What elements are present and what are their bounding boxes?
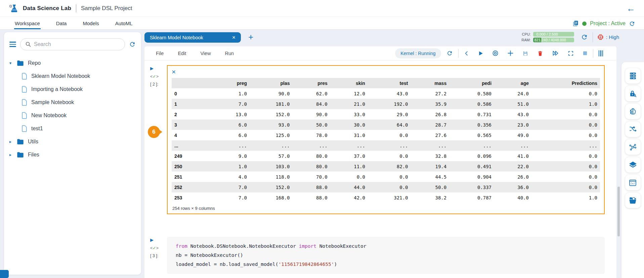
notebook-cell-code: ▶ <✓> [ 3 ]: from Notebook.DSNotebook.No… bbox=[144, 237, 616, 274]
nav-tab-data[interactable]: Data bbox=[55, 18, 68, 29]
tab-close-icon[interactable]: × bbox=[232, 34, 235, 41]
table-cell: 88.0 bbox=[293, 182, 330, 192]
search-input[interactable] bbox=[34, 41, 120, 47]
nav-tab-workspace[interactable]: Workspace bbox=[14, 18, 41, 29]
fullscreen-icon[interactable] bbox=[568, 50, 574, 56]
delete-cell-icon[interactable] bbox=[537, 50, 543, 56]
shuffle-icon[interactable] bbox=[625, 122, 641, 137]
back-arrow-icon[interactable]: ← bbox=[627, 4, 635, 13]
brain-icon[interactable] bbox=[625, 104, 641, 119]
run-all-icon[interactable] bbox=[552, 50, 559, 57]
tree-file-new-notebook[interactable]: New Notebook bbox=[9, 109, 136, 122]
table-cell: 30.0 bbox=[330, 120, 368, 130]
function-icon[interactable]: (x) bbox=[625, 175, 641, 190]
tree-folder-utils[interactable]: ▸Utils bbox=[9, 135, 136, 148]
tree-refresh-icon[interactable] bbox=[129, 41, 136, 48]
save-icon[interactable] bbox=[522, 50, 528, 56]
cell-run-icon[interactable]: ▶ bbox=[150, 66, 167, 71]
column-header: age bbox=[494, 78, 531, 88]
table-cell: 93.0 bbox=[250, 120, 293, 130]
column-header: pedi bbox=[449, 78, 494, 88]
table-cell: 6.0 bbox=[207, 130, 250, 140]
table-row: 2527.0152.088.044.00.050.00.33736.00.0 bbox=[172, 182, 600, 192]
project-log-icon[interactable] bbox=[572, 20, 579, 27]
lock-key-icon[interactable] bbox=[625, 86, 641, 101]
vertical-scrollbar[interactable] bbox=[617, 187, 620, 236]
tree-file-sample-notebook[interactable]: Sample Notebook bbox=[9, 96, 136, 109]
search-box[interactable] bbox=[20, 38, 125, 50]
table-cell: 0.0 bbox=[531, 182, 600, 192]
tree-file-test1[interactable]: test1 bbox=[9, 122, 136, 135]
chevron-left-icon[interactable] bbox=[464, 51, 469, 56]
run-cell-icon[interactable] bbox=[478, 51, 483, 56]
tree-folder-repo[interactable]: ▾Repo bbox=[9, 56, 136, 70]
nav-tab-automl[interactable]: AutoML bbox=[115, 18, 133, 29]
priority-label: : High bbox=[606, 34, 619, 40]
column-header: skin bbox=[330, 78, 368, 88]
table-cell: 0.0 bbox=[531, 172, 600, 182]
column-header: mass bbox=[411, 78, 449, 88]
toolbar-divider-2 bbox=[593, 49, 593, 58]
table-cell: 0.0 bbox=[531, 151, 600, 161]
caret-right-icon[interactable]: ▸ bbox=[9, 152, 17, 157]
table-cell: ... bbox=[207, 140, 250, 151]
table-cell: 0.0 bbox=[368, 172, 411, 182]
tree-folder-files[interactable]: ▸Files bbox=[9, 148, 136, 161]
hamburger-menu-icon[interactable] bbox=[9, 42, 16, 47]
row-index: 4 bbox=[172, 130, 207, 140]
cluster-icon[interactable] bbox=[625, 139, 641, 155]
bottom-left-accent bbox=[0, 270, 9, 278]
menu-file[interactable]: File bbox=[156, 51, 164, 56]
add-cell-icon[interactable] bbox=[507, 50, 514, 56]
table-cell: 7.0 bbox=[207, 182, 250, 192]
layers-icon[interactable] bbox=[625, 157, 641, 173]
svg-text:(x): (x) bbox=[630, 182, 635, 185]
table-cell: 0.904 bbox=[449, 172, 494, 182]
code-editor[interactable]: from Notebook.DSNotebook.NotebookExecuto… bbox=[167, 237, 605, 274]
tab-sklearn-model-notebook[interactable]: Sklearn Model Notebook × bbox=[144, 32, 241, 43]
project-refresh-icon[interactable] bbox=[629, 20, 635, 27]
table-cell: 80.0 bbox=[293, 151, 330, 161]
stop-icon[interactable] bbox=[583, 51, 588, 56]
output-close-icon[interactable]: × bbox=[172, 68, 178, 75]
main-navbar: Workspace Data Models AutoML Project : A… bbox=[0, 17, 644, 30]
column-header: pres bbox=[293, 78, 330, 88]
table-cell: 36.0 bbox=[494, 182, 531, 192]
database-icon[interactable] bbox=[625, 68, 641, 84]
menu-view[interactable]: View bbox=[200, 51, 211, 56]
table-cell: 50.0 bbox=[293, 120, 330, 130]
table-cell: 0.0 bbox=[531, 120, 600, 130]
kernel-refresh-icon[interactable] bbox=[446, 50, 453, 56]
table-cell: ... bbox=[250, 140, 293, 151]
caret-down-icon[interactable]: ▾ bbox=[9, 61, 17, 65]
table-cell: 6.0 bbox=[207, 120, 250, 130]
file-tree: ▾RepoSklearn Model NotebookImporting a N… bbox=[9, 56, 136, 161]
annotation-badge-6: 6 bbox=[148, 126, 160, 138]
folder-label: Repo bbox=[28, 60, 41, 66]
tree-file-importing-a-notebook[interactable]: Importing a Notebook bbox=[9, 83, 136, 96]
panel-layout-icon[interactable] bbox=[599, 50, 603, 56]
resources-refresh-icon[interactable] bbox=[581, 34, 588, 41]
table-cell: 33.0 bbox=[330, 109, 368, 120]
table-row: 46.0125.078.031.00.027.60.56549.00.0 bbox=[172, 130, 600, 140]
caret-right-icon[interactable]: ▸ bbox=[9, 139, 17, 144]
folder-open-icon[interactable] bbox=[625, 193, 641, 208]
table-cell: 0.0 bbox=[368, 151, 411, 161]
table-cell: 40.0 bbox=[494, 192, 531, 203]
target-icon[interactable] bbox=[492, 50, 499, 56]
table-cell: 181.0 bbox=[250, 99, 293, 109]
cell-run-icon[interactable]: ▶ bbox=[150, 237, 167, 242]
new-tab-button[interactable]: + bbox=[248, 32, 253, 42]
project-status-text: Project : Active bbox=[590, 20, 626, 27]
table-cell: 28.7 bbox=[411, 120, 449, 130]
nav-tab-models[interactable]: Models bbox=[82, 18, 99, 29]
table-cell: 0.337 bbox=[449, 182, 494, 192]
dataframe-shape: 254 rows × 9 columns bbox=[172, 203, 600, 212]
menu-edit[interactable]: Edit bbox=[178, 51, 186, 56]
dataframe-table: pregplaspresskintestmasspediagePredictio… bbox=[172, 78, 600, 203]
table-row: 213.0152.090.033.029.026.80.73143.00.0 bbox=[172, 109, 600, 120]
table-cell: 192.0 bbox=[368, 99, 411, 109]
menu-run[interactable]: Run bbox=[225, 51, 234, 56]
tree-file-sklearn-model-notebook[interactable]: Sklearn Model Notebook bbox=[9, 70, 136, 83]
table-cell: 0.0 bbox=[531, 130, 600, 140]
